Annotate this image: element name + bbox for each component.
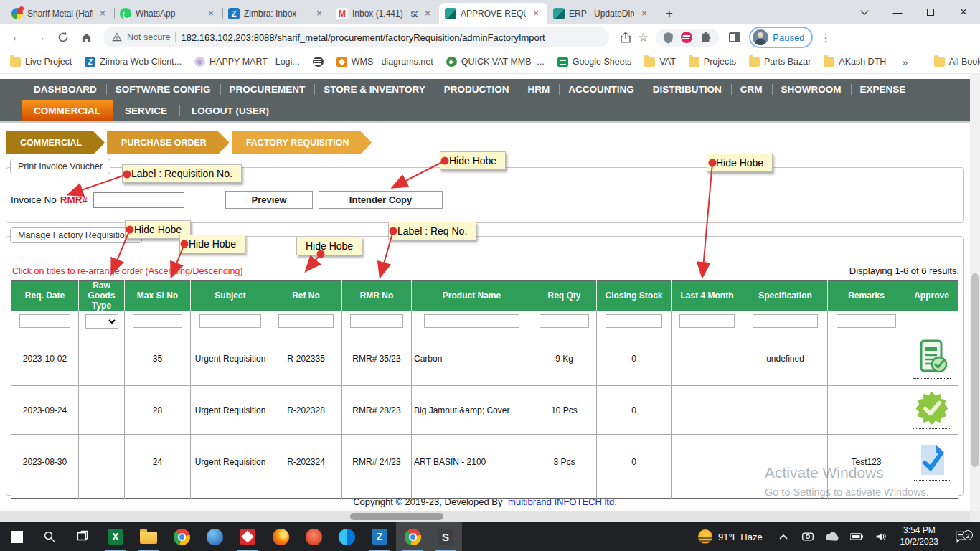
bookmark-parts-bazar[interactable]: Parts Bazar (749, 57, 811, 67)
bookmark-happy-mart[interactable]: HAPPY MART - Logi... (194, 57, 300, 67)
filter-remarks[interactable] (837, 314, 896, 328)
chrome-icon[interactable] (165, 522, 198, 551)
menu-showroom[interactable]: SHOWROOM (772, 79, 851, 100)
tab-close-icon[interactable]: × (422, 8, 433, 19)
tab-close-icon[interactable]: × (97, 8, 108, 19)
reload-icon[interactable] (53, 27, 73, 47)
tab-approve-requisition[interactable]: APPROVE REQUISITIC × (439, 3, 547, 24)
menu-service[interactable]: SERVICE (113, 100, 179, 121)
bookmark-quick-vat[interactable]: QUICK VAT MMB -... (446, 57, 545, 67)
menu-production[interactable]: PRODUCTION (435, 79, 519, 100)
onedrive-cloud-icon[interactable] (821, 532, 843, 542)
col-max-sl-no[interactable]: Max Sl No (125, 281, 191, 311)
menu-expense[interactable]: EXPENSE (851, 79, 915, 100)
menu-procurement[interactable]: PROCUREMENT (220, 79, 315, 100)
bookmark-projects[interactable]: Projects (689, 57, 736, 67)
menu-commercial[interactable]: COMMERCIAL (22, 100, 113, 121)
col-approve[interactable]: Approve (905, 281, 958, 311)
approved-seal-icon[interactable] (913, 392, 951, 429)
col-req-date[interactable]: Req. Date (11, 281, 79, 311)
bookmarks-overflow-icon[interactable]: » (902, 56, 908, 68)
file-explorer-icon[interactable] (132, 522, 165, 551)
blue-app-icon[interactable] (198, 522, 231, 551)
task-view-icon[interactable] (66, 522, 99, 551)
bookmark-wms[interactable]: WMS - diagrams.net (336, 57, 433, 67)
col-ref-no[interactable]: Ref No (270, 281, 342, 311)
start-button[interactable] (0, 522, 33, 551)
tab-search-icon[interactable] (848, 0, 881, 24)
taskbar-search-icon[interactable] (33, 522, 66, 551)
bookmark-akash-dth[interactable]: AKash DTH (824, 57, 886, 67)
filter-max-sl-no[interactable] (133, 314, 183, 328)
filter-req-date[interactable] (19, 314, 70, 328)
breadcrumb-purchase-order[interactable]: PURCHASE ORDER (107, 131, 230, 154)
new-tab-button[interactable]: + (660, 4, 679, 23)
excel-icon[interactable]: X (99, 522, 132, 551)
menu-distribution[interactable]: DISTRIBUTION (644, 79, 731, 100)
filter-specification[interactable] (753, 314, 818, 328)
bookmark-zimbra[interactable]: ZZimbra Web Client... (85, 57, 182, 67)
filter-subject[interactable] (199, 314, 260, 328)
menu-software-config[interactable]: SOFTWARE CONFIG (106, 79, 220, 100)
adblock-shield-icon[interactable] (663, 32, 674, 44)
firefox-icon[interactable] (264, 522, 297, 551)
filter-req-qty[interactable] (540, 314, 588, 328)
filter-closing-stock[interactable] (606, 314, 663, 328)
minimize-button[interactable]: — (881, 0, 914, 24)
chrome-active-icon[interactable] (396, 522, 429, 551)
col-product-name[interactable]: Product Name (412, 281, 532, 311)
menu-hrm[interactable]: HRM (519, 79, 560, 100)
col-subject[interactable]: Subject (191, 281, 270, 311)
col-closing-stock[interactable]: Closing Stock (597, 281, 672, 311)
vertical-scrollbar[interactable] (970, 74, 980, 511)
clock-widget[interactable]: 3:54 PM 10/2/2023 (895, 525, 944, 547)
approve-voucher-icon[interactable] (913, 339, 951, 379)
menu-crm[interactable]: CRM (731, 79, 772, 100)
side-panel-icon[interactable] (729, 32, 740, 42)
home-icon[interactable] (76, 27, 96, 47)
tab-close-icon[interactable]: × (530, 8, 542, 19)
col-rmr-no[interactable]: RMR No (342, 281, 412, 311)
speaker-icon[interactable] (870, 532, 892, 542)
bookmark-google-sheets[interactable]: Google Sheets (557, 57, 632, 67)
approve-document-check-icon[interactable] (914, 443, 950, 481)
menu-dashboard[interactable]: DASHBOARD (24, 79, 106, 100)
red-app-icon[interactable] (231, 522, 264, 551)
intender-copy-button[interactable]: Intender Copy (319, 191, 443, 209)
col-specification[interactable]: Specification (743, 281, 828, 311)
tray-expand-chevron-icon[interactable] (773, 534, 794, 540)
tab-whatsapp[interactable]: WhatsApp × (114, 3, 222, 24)
extensions-puzzle-icon[interactable] (699, 32, 712, 44)
filter-rmr-no[interactable] (350, 314, 403, 328)
meet-now-icon[interactable] (797, 531, 819, 542)
zimbra-app-icon[interactable]: Z (363, 522, 396, 551)
horizontal-scrollbar[interactable] (0, 511, 970, 522)
profile-button[interactable]: Paused (749, 27, 813, 48)
filter-product-name[interactable] (424, 314, 519, 328)
horizontal-scrollbar-thumb[interactable] (350, 513, 443, 520)
tab-gmail-inbox[interactable]: M Inbox (1,441) - sagor × (331, 3, 439, 24)
menu-store-inventory[interactable]: STORE & INVENTORY (314, 79, 435, 100)
breadcrumb-factory-requisition[interactable]: FACTORY REQUISITION (232, 131, 372, 154)
action-center-icon[interactable]: 2 (947, 530, 976, 543)
edge-icon[interactable] (330, 522, 363, 551)
share-icon[interactable] (619, 31, 632, 44)
all-bookmarks[interactable]: All Bookmarks (934, 57, 980, 67)
developer-link[interactable]: multibrand INFOTECH ltd. (508, 496, 617, 507)
brave-icon[interactable] (297, 522, 330, 551)
bookmark-star-icon[interactable]: ☆ (638, 30, 649, 45)
breadcrumb-commercial[interactable]: COMMERCIAL (6, 131, 105, 154)
battery-icon[interactable] (846, 532, 867, 541)
tab-erp-update[interactable]: ERP - UpdateDirectPu × (547, 3, 656, 24)
col-req-qty[interactable]: Req Qty (532, 281, 597, 311)
col-last-4-month[interactable]: Last 4 Month (672, 281, 743, 311)
bookmark-globe[interactable] (313, 57, 324, 67)
tab-close-icon[interactable]: × (639, 8, 650, 19)
bookmark-vat[interactable]: VAT (644, 57, 675, 67)
preview-button[interactable]: Preview (225, 191, 313, 209)
address-bar[interactable]: Not secure 182.163.102.203:8088/sharif_m… (103, 27, 609, 47)
s-app-icon[interactable]: S (429, 522, 462, 551)
filter-ref-no[interactable] (278, 314, 333, 328)
bookmark-live-project[interactable]: Live Project (10, 57, 72, 67)
browser-menu-icon[interactable]: ⋮ (816, 31, 836, 44)
